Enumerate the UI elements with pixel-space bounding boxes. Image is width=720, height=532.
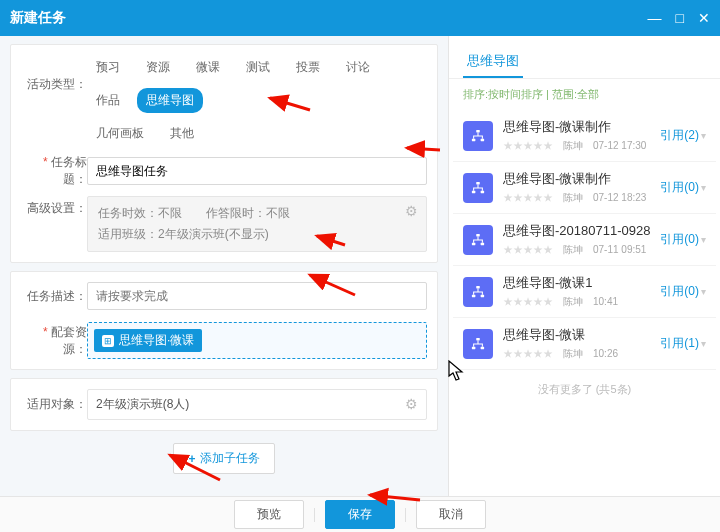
svg-rect-4	[472, 190, 476, 193]
sort-bar[interactable]: 排序:按时间排序 | 范围:全部	[449, 79, 720, 110]
gear-icon[interactable]: ⚙	[405, 203, 418, 219]
target-label: 适用对象：	[25, 396, 87, 413]
resource-chip[interactable]: ⊞ 思维导图·微课	[94, 329, 202, 352]
svg-rect-7	[472, 242, 476, 245]
activity-tab[interactable]: 测试	[237, 55, 279, 80]
activity-tab[interactable]: 投票	[287, 55, 329, 80]
svg-rect-1	[472, 138, 476, 141]
rating-stars: ★★★★★	[503, 348, 553, 359]
rating-stars: ★★★★★	[503, 244, 553, 255]
panel-tab-mindmap[interactable]: 思维导图	[463, 46, 523, 78]
activity-type-label: 活动类型：	[25, 76, 87, 93]
chevron-down-icon: ▾	[701, 338, 706, 349]
activity-tab[interactable]: 讨论	[337, 55, 379, 80]
list-end-note: 没有更多了 (共5条)	[453, 370, 716, 413]
mindmap-icon	[463, 277, 493, 307]
activity-tab[interactable]: 几何画板	[87, 121, 153, 146]
preview-button[interactable]: 预览	[234, 500, 304, 529]
cancel-button[interactable]: 取消	[416, 500, 486, 529]
svg-rect-11	[481, 294, 485, 297]
mindmap-icon	[463, 173, 493, 203]
resource-item[interactable]: 思维导图-微课★★★★★ 陈坤 10:26引用(1) ▾	[453, 318, 716, 370]
svg-rect-14	[481, 346, 485, 349]
activity-tab[interactable]: 预习	[87, 55, 129, 80]
mindmap-icon: ⊞	[102, 335, 114, 347]
minimize-button[interactable]: —	[648, 10, 662, 26]
plus-icon: +	[188, 452, 195, 466]
add-subtask-button[interactable]: + 添加子任务	[173, 443, 274, 474]
resource-item[interactable]: 思维导图-微课制作★★★★★ 陈坤 07-12 18:23引用(0) ▾	[453, 162, 716, 214]
svg-rect-6	[476, 233, 480, 236]
activity-tab[interactable]: 思维导图	[137, 88, 203, 113]
desc-label: 任务描述：	[25, 288, 87, 305]
resource-item[interactable]: 思维导图-微课制作★★★★★ 陈坤 07-12 17:30引用(2) ▾	[453, 110, 716, 162]
resource-title: 思维导图-微课	[503, 326, 660, 344]
advanced-label: 高级设置：	[25, 196, 87, 217]
close-button[interactable]: ✕	[698, 10, 710, 26]
mindmap-icon	[463, 225, 493, 255]
svg-rect-3	[476, 181, 480, 184]
mindmap-icon	[463, 329, 493, 359]
reference-button[interactable]: 引用(0) ▾	[660, 231, 706, 248]
svg-rect-10	[472, 294, 476, 297]
rating-stars: ★★★★★	[503, 296, 553, 307]
resource-title: 思维导图-微课1	[503, 274, 660, 292]
svg-rect-5	[481, 190, 485, 193]
chevron-down-icon: ▾	[701, 182, 706, 193]
advanced-settings-box: ⚙ 任务时效：不限 作答限时：不限 适用班级：2年级演示班(不显示)	[87, 196, 427, 252]
svg-rect-12	[476, 337, 480, 340]
gear-icon[interactable]: ⚙	[405, 396, 418, 412]
rating-stars: ★★★★★	[503, 192, 553, 203]
svg-rect-0	[476, 129, 480, 132]
reference-button[interactable]: 引用(2) ▾	[660, 127, 706, 144]
save-button[interactable]: 保存	[325, 500, 395, 529]
reference-button[interactable]: 引用(0) ▾	[660, 179, 706, 196]
target-box[interactable]: 2年级演示班(8人) ⚙	[87, 389, 427, 420]
chevron-down-icon: ▾	[701, 130, 706, 141]
svg-rect-9	[476, 285, 480, 288]
task-title-input[interactable]	[87, 157, 427, 185]
desc-input[interactable]	[87, 282, 427, 310]
resource-dropzone[interactable]: ⊞ 思维导图·微课	[87, 322, 427, 359]
resource-item[interactable]: 思维导图-20180711-0928★★★★★ 陈坤 07-11 09:51引用…	[453, 214, 716, 266]
maximize-button[interactable]: □	[676, 10, 684, 26]
svg-rect-8	[481, 242, 485, 245]
reference-button[interactable]: 引用(1) ▾	[660, 335, 706, 352]
activity-tab[interactable]: 其他	[161, 121, 203, 146]
resource-label: 配套资源：	[25, 324, 87, 358]
resource-title: 思维导图-20180711-0928	[503, 222, 660, 240]
svg-rect-13	[472, 346, 476, 349]
activity-tab[interactable]: 微课	[187, 55, 229, 80]
mindmap-icon	[463, 121, 493, 151]
resource-title: 思维导图-微课制作	[503, 118, 660, 136]
activity-tab[interactable]: 作品	[87, 88, 129, 113]
resource-item[interactable]: 思维导图-微课1★★★★★ 陈坤 10:41引用(0) ▾	[453, 266, 716, 318]
resource-title: 思维导图-微课制作	[503, 170, 660, 188]
chevron-down-icon: ▾	[701, 286, 706, 297]
reference-button[interactable]: 引用(0) ▾	[660, 283, 706, 300]
rating-stars: ★★★★★	[503, 140, 553, 151]
activity-tab[interactable]: 资源	[137, 55, 179, 80]
svg-rect-2	[481, 138, 485, 141]
task-title-label: 任务标题：	[25, 154, 87, 188]
window-title: 新建任务	[10, 9, 66, 27]
chevron-down-icon: ▾	[701, 234, 706, 245]
